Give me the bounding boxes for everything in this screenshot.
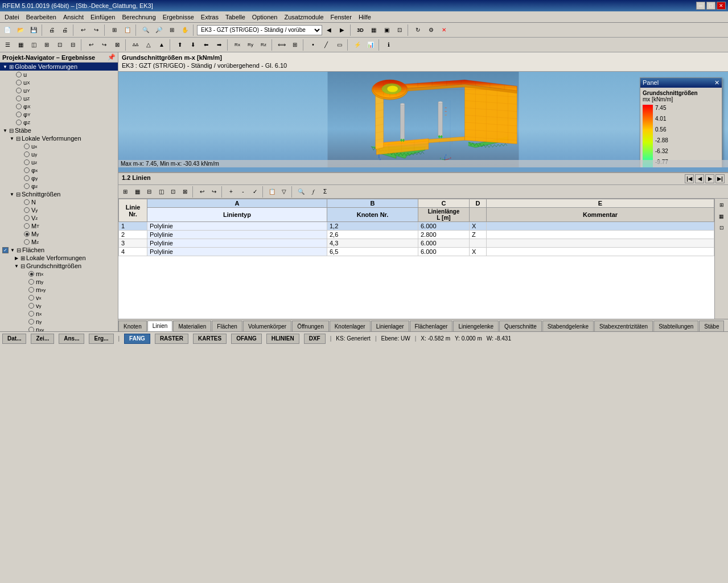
tab-stabexzentrizitaeten[interactable]: Stabexzentrizitäten [594, 321, 653, 331]
btb-8[interactable]: ↪ [208, 186, 220, 198]
tree-stab-uy[interactable]: uy [0, 150, 118, 158]
tree-lokale-verf2[interactable]: ▶ ⊞ Lokale Verformungen [0, 254, 118, 262]
btb-7[interactable]: ↩ [196, 186, 208, 198]
tree-Vz[interactable]: Vz [0, 214, 118, 222]
btb-9[interactable]: + [225, 186, 237, 198]
tree-Mz[interactable]: Mz [0, 238, 118, 246]
menu-ansicht[interactable]: Ansicht [60, 13, 87, 21]
tree-ny[interactable]: ny [0, 318, 118, 326]
btb-10[interactable]: - [237, 186, 249, 198]
tb-settings[interactable]: ⚙ [425, 24, 437, 36]
status-dxf[interactable]: DXF [304, 334, 326, 344]
tab-staebe[interactable]: Stäbe [699, 321, 724, 331]
panel-close[interactable]: ✕ [714, 79, 719, 87]
table-row[interactable]: 2 Polylinie 2,6 2.800 Z [119, 231, 714, 239]
br-btn-3[interactable]: ⊡ [717, 223, 727, 233]
scroll-next[interactable]: ▶ [705, 174, 714, 183]
restore-button[interactable]: □ [706, 2, 715, 10]
tb2-rotate-y[interactable]: Ry [244, 39, 257, 51]
menu-ergebnisse[interactable]: Ergebnisse [159, 13, 198, 21]
tb2-6[interactable]: ⊟ [67, 39, 79, 51]
tab-stabendgelenke[interactable]: Stabendgelenke [542, 321, 594, 331]
tab-linien[interactable]: Linien [147, 321, 173, 331]
menu-hilfe[interactable]: Hilfe [355, 13, 375, 21]
tb-zoom-out[interactable]: 🔎 [153, 24, 165, 36]
btb-search[interactable]: 🔍 [295, 186, 307, 198]
tb2-5[interactable]: ⊡ [54, 39, 66, 51]
tb-3d[interactable]: 3D [354, 24, 367, 36]
nav-pin[interactable]: 📌 [108, 54, 116, 61]
tb2-node[interactable]: • [307, 39, 319, 51]
btb-11[interactable]: ✓ [249, 186, 261, 198]
menu-bearbeiten[interactable]: Bearbeiten [23, 13, 60, 21]
menu-datei[interactable]: Datei [1, 13, 23, 21]
tb-render3[interactable]: ⊡ [393, 24, 406, 36]
tb-close-x[interactable]: ✕ [438, 24, 450, 36]
tb-redo[interactable]: ↪ [90, 24, 102, 36]
tree-phix[interactable]: φX [0, 102, 118, 110]
tree-stab-phix[interactable]: φx [0, 166, 118, 174]
btb-filter[interactable]: ▽ [278, 186, 290, 198]
tb2-3[interactable]: ◫ [27, 39, 40, 51]
tb2-line[interactable]: ╱ [320, 39, 332, 51]
tb2-8[interactable]: ↪ [98, 39, 110, 51]
tab-volumenkoerper[interactable]: Volumenkörper [243, 321, 291, 331]
tree-stab-phiy[interactable]: φy [0, 174, 118, 182]
tb-paste[interactable]: 📋 [121, 24, 134, 36]
tb-zoom-fit[interactable]: ⊞ [166, 24, 178, 36]
tb2-2[interactable]: ▦ [14, 39, 27, 51]
tree-phiz[interactable]: φZ [0, 118, 118, 126]
menu-optionen[interactable]: Optionen [249, 13, 281, 21]
tab-liniengelenke[interactable]: Liniengelenke [453, 321, 499, 331]
ek3-combo[interactable]: EK3 - GZT (STR/GEO) - Ständig / vorübe [197, 25, 322, 35]
menu-einfuegen[interactable]: Einfügen [87, 13, 118, 21]
tree-mxy[interactable]: mxy [0, 286, 118, 294]
btb-12[interactable]: 📋 [266, 186, 278, 198]
tb-new[interactable]: 📄 [1, 24, 14, 36]
tab-linienlager[interactable]: Linienlager [371, 321, 409, 331]
tree-staebe[interactable]: ▼ ⊟ Stäbe [0, 126, 118, 134]
tb2-15[interactable]: ⬅ [200, 39, 212, 51]
tb-rotate[interactable]: ↻ [412, 24, 424, 36]
status-ans[interactable]: Ans... [59, 334, 84, 344]
status-hlinien[interactable]: HLINIEN [266, 334, 299, 344]
tree-u[interactable]: u [0, 71, 118, 79]
status-zei[interactable]: Zei... [31, 334, 54, 344]
tree-flaechen[interactable]: ✓ ▼ ⊟ Flächen [0, 246, 118, 254]
tree-nxy[interactable]: nxy [0, 326, 118, 331]
tb-next[interactable]: ▶ [336, 24, 348, 36]
tree-My[interactable]: My [0, 230, 118, 238]
btb-4[interactable]: ◫ [155, 186, 167, 198]
tree-stab-phiz[interactable]: φz [0, 182, 118, 190]
tb2-13[interactable]: ⬆ [174, 39, 186, 51]
menu-berechnung[interactable]: Berechnung [118, 13, 159, 21]
tb-pan[interactable]: ✋ [179, 24, 191, 36]
tab-querschnitte[interactable]: Querschnitte [499, 321, 542, 331]
br-btn-2[interactable]: ▦ [717, 211, 727, 221]
tb2-mirror[interactable]: ⟺ [275, 39, 288, 51]
btb-2[interactable]: ▦ [131, 186, 143, 198]
scroll-last[interactable]: ▶| [715, 174, 725, 183]
tb-render1[interactable]: ▦ [367, 24, 380, 36]
tree-Vy[interactable]: Vy [0, 206, 118, 214]
tab-flaechenlager[interactable]: Flächenlager [410, 321, 453, 331]
tb2-14[interactable]: ⬇ [187, 39, 199, 51]
btb-calc[interactable]: 𝑓 [307, 186, 319, 198]
scene3d[interactable]: X Z [118, 72, 728, 167]
tb2-7[interactable]: ↩ [85, 39, 97, 51]
tb2-10[interactable]: ΔΔ [129, 39, 142, 51]
tree-phiy[interactable]: φY [0, 110, 118, 118]
tree-lokale-verf[interactable]: ▼ ⊟ Lokale Verformungen [0, 134, 118, 142]
tb-copy[interactable]: ⊞ [108, 24, 121, 36]
menu-zusatzmodule[interactable]: Zusatzmodule [281, 13, 327, 21]
status-kartes[interactable]: KARTES [193, 334, 227, 344]
tb2-16[interactable]: ➡ [213, 39, 225, 51]
tb2-9[interactable]: ⊠ [111, 39, 124, 51]
menu-extras[interactable]: Extras [198, 13, 222, 21]
tree-stab-ux[interactable]: ux [0, 142, 118, 150]
tb2-scale[interactable]: ⊞ [289, 39, 301, 51]
tb2-surface[interactable]: ▭ [333, 39, 346, 51]
tree-my2[interactable]: my [0, 278, 118, 286]
tb2-result[interactable]: 📊 [364, 39, 377, 51]
tree-ux[interactable]: uX [0, 79, 118, 87]
